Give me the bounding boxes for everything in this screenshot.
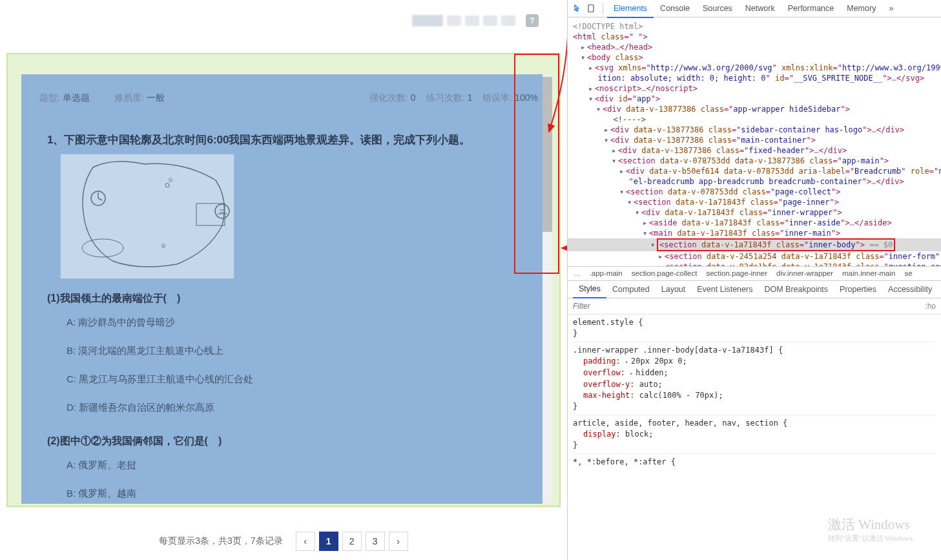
breadcrumb-item[interactable]: main.inner-main <box>842 269 895 277</box>
dom-breadcrumb[interactable]: ▸<div data-v-b50ef614 data-v-078753dd ar… <box>568 166 941 176</box>
tabs-more-icon[interactable]: » <box>885 1 897 16</box>
dom-comment[interactable]: <!----> <box>568 114 941 125</box>
blurred-pill <box>465 16 479 26</box>
blurred-pill <box>501 16 515 26</box>
tab-network[interactable]: Network <box>739 0 781 17</box>
meta-type-label: 题型: <box>39 92 60 103</box>
dom-page-collect[interactable]: ▾<section data-v-078753dd class="page-co… <box>568 187 941 197</box>
dom-svg-cont[interactable]: ition: absolute; width: 0; height: 0" id… <box>568 73 941 83</box>
dom-main-container[interactable]: ▾<div data-v-13877386 class="main-contai… <box>568 135 941 145</box>
option-b[interactable]: B: 漠河北端的黑龙江主航道中心线上 <box>21 337 552 365</box>
meta-type-value: 单选题 <box>63 92 90 103</box>
tab-sources[interactable]: Sources <box>696 0 739 17</box>
meta-difficulty-label: 难易度: <box>114 92 144 103</box>
question-part1-title: (1)我国领土的最南端位于( ) <box>21 279 552 308</box>
tab-memory[interactable]: Memory <box>840 0 882 17</box>
meta-practice-value: 1 <box>468 92 473 103</box>
dom-inner-body-selected[interactable]: ⋯▾<section data-v-1a71843f class="inner-… <box>568 238 941 251</box>
dom-head[interactable]: ▸<head>…</head> <box>568 42 941 52</box>
meta-difficulty-value: 一般 <box>147 92 165 103</box>
breadcrumb-item[interactable]: div.inner-wrapper <box>776 269 833 277</box>
breadcrumb-ell[interactable]: ... <box>574 269 581 277</box>
svg-rect-5 <box>196 203 225 225</box>
dom-inner-wrapper[interactable]: ▾<div data-v-1a71843f class="inner-wrapp… <box>568 207 941 218</box>
divider <box>603 3 603 14</box>
breadcrumb-item[interactable]: section.page-inner <box>706 269 767 277</box>
page-left: ? 题型:单选题 难易度:一般 强化次数:0 练习次数:1 错误率:100% 1… <box>0 0 567 560</box>
topbar-blurred-controls: ? <box>412 14 539 27</box>
devtools-panel: Elements Console Sources Network Perform… <box>567 0 941 560</box>
tab-properties[interactable]: Properties <box>834 281 882 298</box>
question-image: ① ② <box>60 154 234 279</box>
dom-html[interactable]: <html class=" "> <box>568 32 941 42</box>
devtools-tabs: Elements Console Sources Network Perform… <box>568 0 941 17</box>
css-rule: .inner-wrapper .inner-body[data-v-1a7184… <box>573 345 936 415</box>
tab-elements[interactable]: Elements <box>607 0 654 18</box>
pagination-next[interactable]: › <box>389 532 408 551</box>
styles-filter-row: :ho <box>568 298 941 315</box>
windows-activation-watermark: 激活 Windows 转到"设置"以激活 Windows. <box>828 515 914 543</box>
blurred-pill <box>447 16 461 26</box>
breadcrumb-item[interactable]: section.page-collect <box>632 269 698 277</box>
dom-app-wrapper[interactable]: ▾<div data-v-13877386 class="app-wrapper… <box>568 104 941 114</box>
blurred-pill <box>483 16 497 26</box>
inspect-icon[interactable] <box>573 3 583 14</box>
dom-noscript[interactable]: ▸<noscript>…</noscript> <box>568 83 941 94</box>
question-meta-row: 题型:单选题 难易度:一般 强化次数:0 练习次数:1 错误率:100% <box>21 74 552 110</box>
topbar: ? <box>0 0 567 34</box>
dom-sidebar[interactable]: ▸<div data-v-13877386 class="sidebar-con… <box>568 125 941 135</box>
option-b2[interactable]: B: 俄罗斯、越南 <box>21 479 552 504</box>
pagination-page-1[interactable]: 1 <box>319 532 338 551</box>
tab-computed[interactable]: Computed <box>606 281 656 298</box>
dom-tree[interactable]: <!DOCTYPE html> <html class=" "> ▸<head>… <box>568 17 941 266</box>
dom-body[interactable]: ▾<body class> <box>568 52 941 63</box>
dom-app-main[interactable]: ▾<section data-v-078753dd data-v-1387738… <box>568 156 941 166</box>
svg-text:①: ① <box>168 177 173 183</box>
hov-toggle[interactable]: :ho <box>925 302 936 311</box>
tab-accessibility[interactable]: Accessibility <box>882 281 938 298</box>
tab-performance[interactable]: Performance <box>781 0 841 17</box>
breadcrumb-item[interactable]: se <box>904 269 912 277</box>
dom-breadcrumb2[interactable]: "el-breadcrumb app-breadcrumb breadcrumb… <box>568 176 941 187</box>
page-body: 题型:单选题 难易度:一般 强化次数:0 练习次数:1 错误率:100% 1、下… <box>6 53 561 507</box>
pagination-page-3[interactable]: 3 <box>366 532 385 551</box>
svg-point-6 <box>215 204 229 218</box>
help-icon[interactable]: ? <box>526 14 539 27</box>
dom-page-inner[interactable]: ▾<section data-v-1a71843f class="page-in… <box>568 197 941 207</box>
blurred-pill <box>412 15 443 26</box>
dom-fixed-header[interactable]: ▸<div data-v-13877386 class="fixed-heade… <box>568 145 941 156</box>
question-title: 1、下图示意中国轮廓及北京时间6:00我国东西端两地景观差异。读图，完成下列小题… <box>21 110 552 154</box>
option-a2[interactable]: A: 俄罗斯、老挝 <box>21 451 552 479</box>
pagination-prev[interactable]: ‹ <box>296 532 315 551</box>
css-rule: *, *:before, *:after { <box>573 457 936 470</box>
option-d[interactable]: D: 新疆维吾尔自治区的帕米尔高原 <box>21 393 552 422</box>
styles-filter-input[interactable] <box>573 302 925 311</box>
annotation-box-scrollbar <box>514 54 559 274</box>
tab-console[interactable]: Console <box>654 0 696 17</box>
meta-error-label: 错误率: <box>482 92 512 103</box>
breadcrumb-item[interactable]: .app-main <box>590 269 623 277</box>
dom-inner-form[interactable]: ▸<section data-v-2451a254 data-v-1a71843… <box>568 251 941 262</box>
tab-listeners[interactable]: Event Listeners <box>691 281 758 298</box>
svg-text:②: ② <box>161 243 166 249</box>
tab-layout[interactable]: Layout <box>656 281 692 298</box>
dom-inner-aside[interactable]: ▸<aside data-v-1a71843f class="inner-asi… <box>568 218 941 228</box>
dom-doctype[interactable]: <!DOCTYPE html> <box>568 21 941 32</box>
tab-dom-breakpoints[interactable]: DOM Breakpoints <box>758 281 834 298</box>
option-a[interactable]: A: 南沙群岛中的曾母暗沙 <box>21 308 552 337</box>
pagination-info: 每页显示3条，共3页，7条记录 <box>159 535 282 547</box>
pagination-page-2[interactable]: 2 <box>342 532 362 551</box>
dom-breadcrumb-path[interactable]: ... .app-main section.page-collect secti… <box>568 266 941 281</box>
meta-reinforce-label: 强化次数: <box>369 92 408 103</box>
meta-reinforce-value: 0 <box>411 92 416 103</box>
meta-practice-label: 练习次数: <box>426 92 465 103</box>
dom-svg[interactable]: ▸<svg xmlns="http://www.w3.org/2000/svg"… <box>568 63 941 73</box>
css-rule: element.style { } <box>573 317 936 342</box>
dom-inner-main[interactable]: ▾<main data-v-1a71843f class="inner-main… <box>568 228 941 238</box>
dom-app[interactable]: ▾<div id="app"> <box>568 94 941 104</box>
option-c[interactable]: C: 黑龙江与乌苏里江主航道中心线的汇合处 <box>21 365 552 393</box>
tab-styles[interactable]: Styles <box>573 280 606 298</box>
svg-rect-7 <box>588 5 594 12</box>
device-toggle-icon[interactable] <box>586 3 596 14</box>
css-rule: article, aside, footer, header, nav, sec… <box>573 418 936 454</box>
